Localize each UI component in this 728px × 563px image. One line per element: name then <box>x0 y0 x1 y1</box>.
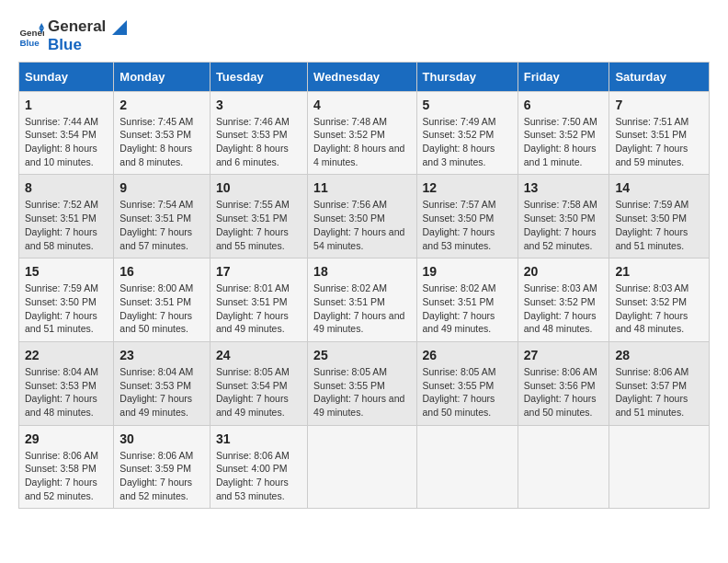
calendar-cell: 25 Sunrise: 8:05 AMSunset: 3:55 PMDaylig… <box>308 341 416 425</box>
day-detail: Sunrise: 8:05 AMSunset: 3:55 PMDaylight:… <box>313 366 404 418</box>
calendar-cell: 4 Sunrise: 7:48 AMSunset: 3:52 PMDayligh… <box>308 91 416 175</box>
calendar-cell: 22 Sunrise: 8:04 AMSunset: 3:53 PMDaylig… <box>19 341 114 425</box>
calendar-cell: 23 Sunrise: 8:04 AMSunset: 3:53 PMDaylig… <box>114 341 210 425</box>
calendar-table: Sunday Monday Tuesday Wednesday Thursday… <box>18 62 710 510</box>
day-number: 24 <box>216 348 301 362</box>
logo-general-text: General <box>48 17 106 35</box>
day-number: 7 <box>615 98 703 112</box>
calendar-week-row: 15 Sunrise: 7:59 AMSunset: 3:50 PMDaylig… <box>19 259 710 342</box>
day-number: 6 <box>524 98 604 112</box>
day-detail: Sunrise: 8:01 AMSunset: 3:51 PMDaylight:… <box>216 282 290 334</box>
day-number: 17 <box>216 264 301 279</box>
day-number: 2 <box>119 98 204 112</box>
calendar-cell: 10 Sunrise: 7:55 AMSunset: 3:51 PMDaylig… <box>210 175 307 259</box>
calendar-cell: 19 Sunrise: 8:02 AMSunset: 3:51 PMDaylig… <box>416 259 518 342</box>
day-number: 4 <box>313 98 410 112</box>
day-number: 21 <box>615 264 703 279</box>
calendar-cell: 14 Sunrise: 7:59 AMSunset: 3:50 PMDaylig… <box>609 175 710 259</box>
calendar-cell <box>416 425 518 509</box>
header-sunday: Sunday <box>19 62 114 91</box>
day-detail: Sunrise: 8:06 AMSunset: 3:56 PMDaylight:… <box>524 366 597 418</box>
day-detail: Sunrise: 8:06 AMSunset: 3:57 PMDaylight:… <box>615 366 688 418</box>
logo-triangle-icon <box>112 20 127 35</box>
day-detail: Sunrise: 7:51 AMSunset: 3:51 PMDaylight:… <box>615 116 688 167</box>
header-thursday: Thursday <box>416 62 518 91</box>
calendar-cell: 21 Sunrise: 8:03 AMSunset: 3:52 PMDaylig… <box>609 259 710 342</box>
calendar-week-row: 1 Sunrise: 7:44 AMSunset: 3:54 PMDayligh… <box>19 91 710 175</box>
calendar-cell: 13 Sunrise: 7:58 AMSunset: 3:50 PMDaylig… <box>518 175 609 259</box>
calendar-cell <box>308 425 416 509</box>
day-number: 26 <box>423 348 512 362</box>
header-tuesday: Tuesday <box>210 62 307 91</box>
day-detail: Sunrise: 7:56 AMSunset: 3:50 PMDaylight:… <box>313 199 404 250</box>
day-number: 22 <box>25 348 108 362</box>
logo-blue-text: Blue <box>48 36 82 53</box>
day-detail: Sunrise: 8:00 AMSunset: 3:51 PMDaylight:… <box>119 282 193 334</box>
day-detail: Sunrise: 8:02 AMSunset: 3:51 PMDaylight:… <box>423 282 496 334</box>
day-number: 13 <box>524 180 604 195</box>
day-number: 20 <box>524 264 604 279</box>
day-number: 30 <box>119 431 204 446</box>
day-number: 3 <box>216 98 301 112</box>
day-number: 19 <box>423 264 512 279</box>
day-detail: Sunrise: 8:02 AMSunset: 3:51 PMDaylight:… <box>313 282 404 334</box>
day-number: 10 <box>216 180 301 195</box>
day-detail: Sunrise: 7:46 AMSunset: 3:53 PMDaylight:… <box>216 116 290 167</box>
day-number: 31 <box>216 431 301 446</box>
day-detail: Sunrise: 8:06 AMSunset: 4:00 PMDaylight:… <box>216 450 290 501</box>
calendar-cell: 28 Sunrise: 8:06 AMSunset: 3:57 PMDaylig… <box>609 341 710 425</box>
header-monday: Monday <box>114 62 210 91</box>
calendar-cell: 24 Sunrise: 8:05 AMSunset: 3:54 PMDaylig… <box>210 341 307 425</box>
day-detail: Sunrise: 7:45 AMSunset: 3:53 PMDaylight:… <box>119 116 193 167</box>
day-number: 27 <box>524 348 604 362</box>
calendar-week-row: 8 Sunrise: 7:52 AMSunset: 3:51 PMDayligh… <box>19 175 710 259</box>
calendar-body: 1 Sunrise: 7:44 AMSunset: 3:54 PMDayligh… <box>19 91 710 509</box>
day-detail: Sunrise: 8:05 AMSunset: 3:55 PMDaylight:… <box>423 366 496 418</box>
calendar-cell: 9 Sunrise: 7:54 AMSunset: 3:51 PMDayligh… <box>114 175 210 259</box>
calendar-cell: 1 Sunrise: 7:44 AMSunset: 3:54 PMDayligh… <box>19 91 114 175</box>
day-number: 23 <box>119 348 204 362</box>
calendar-cell <box>518 425 609 509</box>
calendar-cell: 6 Sunrise: 7:50 AMSunset: 3:52 PMDayligh… <box>518 91 609 175</box>
day-detail: Sunrise: 8:06 AMSunset: 3:58 PMDaylight:… <box>25 450 98 501</box>
calendar-week-row: 29 Sunrise: 8:06 AMSunset: 3:58 PMDaylig… <box>19 425 710 509</box>
day-number: 12 <box>423 180 512 195</box>
calendar-cell: 30 Sunrise: 8:06 AMSunset: 3:59 PMDaylig… <box>114 425 210 509</box>
day-number: 15 <box>25 264 108 279</box>
calendar-cell: 8 Sunrise: 7:52 AMSunset: 3:51 PMDayligh… <box>19 175 114 259</box>
header-friday: Friday <box>518 62 609 91</box>
day-number: 11 <box>313 180 410 195</box>
day-detail: Sunrise: 7:54 AMSunset: 3:51 PMDaylight:… <box>119 199 193 250</box>
page-header: General Blue General Blue <box>18 18 710 54</box>
day-detail: Sunrise: 7:52 AMSunset: 3:51 PMDaylight:… <box>25 199 98 250</box>
day-detail: Sunrise: 7:49 AMSunset: 3:52 PMDaylight:… <box>423 116 496 167</box>
day-detail: Sunrise: 8:03 AMSunset: 3:52 PMDaylight:… <box>524 282 597 334</box>
svg-text:Blue: Blue <box>19 38 40 48</box>
calendar-cell: 18 Sunrise: 8:02 AMSunset: 3:51 PMDaylig… <box>308 259 416 342</box>
day-detail: Sunrise: 7:44 AMSunset: 3:54 PMDaylight:… <box>25 116 98 167</box>
logo: General Blue General Blue <box>18 18 127 54</box>
day-detail: Sunrise: 7:59 AMSunset: 3:50 PMDaylight:… <box>25 282 98 334</box>
day-number: 9 <box>119 180 204 195</box>
header-saturday: Saturday <box>609 62 710 91</box>
day-detail: Sunrise: 7:57 AMSunset: 3:50 PMDaylight:… <box>423 199 496 250</box>
day-number: 29 <box>25 431 108 446</box>
calendar-week-row: 22 Sunrise: 8:04 AMSunset: 3:53 PMDaylig… <box>19 341 710 425</box>
svg-marker-2 <box>39 23 44 29</box>
calendar-cell: 11 Sunrise: 7:56 AMSunset: 3:50 PMDaylig… <box>308 175 416 259</box>
day-number: 28 <box>615 348 703 362</box>
calendar-cell: 7 Sunrise: 7:51 AMSunset: 3:51 PMDayligh… <box>609 91 710 175</box>
day-detail: Sunrise: 8:04 AMSunset: 3:53 PMDaylight:… <box>25 366 98 418</box>
logo-icon: General Blue <box>18 23 44 49</box>
calendar-cell: 27 Sunrise: 8:06 AMSunset: 3:56 PMDaylig… <box>518 341 609 425</box>
day-detail: Sunrise: 7:58 AMSunset: 3:50 PMDaylight:… <box>524 199 597 250</box>
calendar-cell: 26 Sunrise: 8:05 AMSunset: 3:55 PMDaylig… <box>416 341 518 425</box>
day-number: 1 <box>25 98 108 112</box>
header-wednesday: Wednesday <box>308 62 416 91</box>
day-detail: Sunrise: 8:06 AMSunset: 3:59 PMDaylight:… <box>119 450 193 501</box>
day-detail: Sunrise: 8:05 AMSunset: 3:54 PMDaylight:… <box>216 366 290 418</box>
svg-marker-4 <box>112 20 127 35</box>
calendar-cell: 12 Sunrise: 7:57 AMSunset: 3:50 PMDaylig… <box>416 175 518 259</box>
day-detail: Sunrise: 7:55 AMSunset: 3:51 PMDaylight:… <box>216 199 290 250</box>
calendar-cell: 29 Sunrise: 8:06 AMSunset: 3:58 PMDaylig… <box>19 425 114 509</box>
